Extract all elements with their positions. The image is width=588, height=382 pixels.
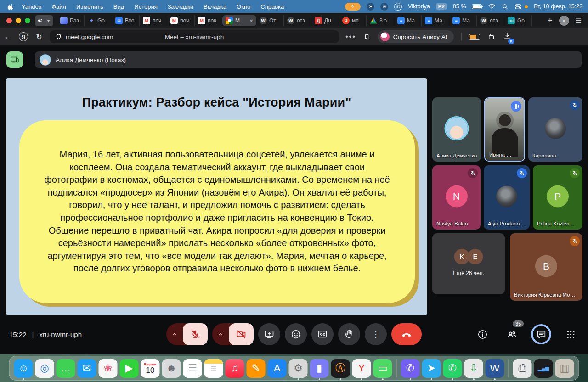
end-call-button[interactable] bbox=[391, 323, 422, 345]
camera-off-button[interactable] bbox=[229, 323, 254, 345]
browser-tab-11[interactable]: 3 э bbox=[367, 15, 394, 26]
dock-iphone-app-icon[interactable]: ▮ bbox=[310, 359, 329, 378]
reactions-button[interactable] bbox=[285, 323, 307, 345]
url-text[interactable]: meet.google.com bbox=[66, 34, 113, 40]
user-name[interactable]: Viktoriya bbox=[408, 3, 430, 10]
ask-alisa-button[interactable]: Спросить Алису AI bbox=[378, 30, 454, 43]
back-button[interactable]: ← bbox=[0, 33, 16, 41]
menubar-item-файл[interactable]: Файл bbox=[46, 3, 71, 10]
menubar-item-окно[interactable]: Окно bbox=[232, 3, 255, 10]
presenter-banner[interactable]: Алика Демченко (Показ) bbox=[35, 51, 582, 68]
dock-safari-icon[interactable]: ◎ bbox=[35, 359, 54, 378]
dock-yandex-browser-icon[interactable]: Y bbox=[352, 359, 371, 378]
participant-tile[interactable]: Алика Демченко bbox=[432, 97, 481, 162]
close-window-button[interactable] bbox=[6, 18, 12, 23]
participant-tile[interactable]: Каролина bbox=[528, 97, 582, 162]
people-button[interactable]: 35 bbox=[502, 324, 522, 344]
browser-tab-1[interactable]: ✦Go bbox=[85, 15, 112, 26]
mic-in-use-icon[interactable] bbox=[345, 3, 361, 11]
dock-word-icon[interactable]: W bbox=[486, 359, 504, 378]
meeting-details-button[interactable] bbox=[472, 324, 492, 344]
more-options-button[interactable]: ⋮ bbox=[365, 323, 387, 345]
dock-system-settings-icon[interactable]: ⚙ bbox=[289, 359, 308, 378]
browser-tab-5[interactable]: Mпоч bbox=[195, 15, 222, 26]
downloads-button[interactable]: 5 bbox=[503, 32, 511, 42]
dock-trash-icon[interactable]: ▥ bbox=[555, 359, 574, 378]
participant-tile[interactable]: NNastya Balan bbox=[432, 165, 481, 230]
dock-reminders-icon[interactable]: ☰ bbox=[183, 359, 202, 378]
dock-a-symbol-app-icon[interactable]: Ⓐ bbox=[331, 359, 350, 378]
dock-messages-icon[interactable]: … bbox=[57, 359, 75, 378]
browser-tab-10[interactable]: Ямп bbox=[339, 15, 367, 26]
dock-mail-icon[interactable]: ✉ bbox=[78, 359, 96, 378]
telegram-status-icon[interactable]: ➤ bbox=[367, 3, 374, 11]
camera-options-button[interactable] bbox=[212, 330, 229, 338]
chevron-down-icon[interactable]: ▾ bbox=[45, 18, 51, 23]
screen-share-indicator[interactable] bbox=[6, 51, 23, 68]
dock-viber-icon[interactable]: ✆ bbox=[401, 359, 420, 378]
battery-icon[interactable] bbox=[472, 4, 482, 9]
browser-tab-7[interactable]: WОт bbox=[256, 15, 284, 26]
browser-tab-16[interactable]: 10Go bbox=[504, 15, 532, 26]
mic-off-button[interactable] bbox=[183, 323, 208, 345]
bookmark-icon[interactable] bbox=[363, 33, 370, 41]
participant-tile[interactable]: PPolina Kozlen… bbox=[533, 165, 582, 230]
browser-tab-8[interactable]: Wотз bbox=[284, 15, 311, 26]
control-center-icon[interactable] bbox=[514, 3, 522, 10]
search-icon[interactable] bbox=[502, 3, 509, 10]
dock-stocks-icon[interactable]: ▂▄▆ bbox=[534, 359, 553, 378]
overflow-participants-tile[interactable]: KEЕщё 26 чел. bbox=[432, 233, 505, 294]
address-bar[interactable]: meet.google.com Meet – xru-nwmr-uph bbox=[50, 30, 339, 43]
browser-menu-button[interactable]: ☰ bbox=[576, 17, 582, 25]
minimize-window-button[interactable] bbox=[16, 18, 21, 23]
mic-options-button[interactable] bbox=[166, 330, 183, 338]
new-tab-button[interactable]: + bbox=[548, 16, 553, 26]
power-saving-icon[interactable] bbox=[469, 34, 480, 40]
activities-button[interactable] bbox=[560, 324, 581, 344]
more-actions-button[interactable]: ••• bbox=[345, 33, 356, 41]
browser-tab-3[interactable]: Mпоч bbox=[140, 15, 167, 26]
tab-audio-button[interactable]: ▾ bbox=[35, 15, 53, 26]
menubar-item-история[interactable]: История bbox=[129, 3, 162, 10]
dock-whatsapp-icon[interactable]: ✆ bbox=[443, 359, 462, 378]
menubar-item-справка[interactable]: Справка bbox=[255, 3, 289, 10]
menubar-item-вид[interactable]: Вид bbox=[108, 3, 130, 10]
dock-facetime-icon[interactable]: ▶ bbox=[120, 359, 139, 378]
browser-tab-2[interactable]: ✉Вхо bbox=[112, 15, 140, 26]
browser-tab-13[interactable]: ≡Ма bbox=[422, 15, 449, 26]
menubar-item-yandex[interactable]: Yandex bbox=[17, 3, 46, 10]
menubar-clock[interactable]: Вт, 10 февр. 15:22 bbox=[534, 3, 582, 10]
browser-tab-6[interactable]: М× bbox=[222, 15, 256, 26]
browser-tab-12[interactable]: ≡Ма bbox=[394, 15, 422, 26]
menubar-item-изменить[interactable]: Изменить bbox=[71, 3, 108, 10]
keyboard-language[interactable]: РУ bbox=[436, 3, 447, 10]
app-status-icon[interactable]: ✳ bbox=[380, 3, 388, 11]
chat-button[interactable] bbox=[531, 324, 551, 344]
apple-menu-icon[interactable] bbox=[5, 3, 17, 10]
site-shield-icon[interactable] bbox=[55, 33, 62, 40]
browser-tab-9[interactable]: ДДн bbox=[311, 15, 339, 26]
dock-finder-icon[interactable]: ☺ bbox=[14, 359, 33, 378]
menubar-item-закладки[interactable]: Закладки bbox=[163, 3, 198, 10]
wifi-icon[interactable] bbox=[488, 3, 496, 10]
extensions-icon[interactable] bbox=[487, 33, 496, 41]
browser-tab-4[interactable]: Mпоч bbox=[167, 15, 195, 26]
browser-tab-0[interactable]: Раз bbox=[57, 15, 85, 26]
profile-avatar[interactable]: ● bbox=[559, 16, 569, 26]
dock-ms-office-icon[interactable]: ⇩ bbox=[464, 359, 483, 378]
reload-button[interactable]: ↻ bbox=[31, 33, 47, 41]
dock-notes-icon[interactable]: ≡ bbox=[204, 359, 223, 378]
dock-pages-icon[interactable]: ✎ bbox=[247, 359, 266, 378]
dock-printer-icon[interactable]: ⎙ bbox=[513, 359, 532, 378]
dock-app-store-icon[interactable]: A bbox=[268, 359, 287, 378]
dock-green-app-icon[interactable]: ▭ bbox=[373, 359, 392, 378]
dock-photos-icon[interactable]: ❀ bbox=[99, 359, 118, 378]
close-tab-icon[interactable]: × bbox=[249, 17, 253, 24]
captions-button[interactable] bbox=[311, 323, 334, 345]
dock-telegram-icon[interactable]: ➤ bbox=[422, 359, 441, 378]
menubar-item-вкладка[interactable]: Вкладка bbox=[198, 3, 232, 10]
browser-tab-14[interactable]: ≡Ма bbox=[449, 15, 477, 26]
raise-hand-button[interactable] bbox=[338, 323, 360, 345]
yandex-home-button[interactable]: Я bbox=[16, 32, 31, 41]
browser-tab-15[interactable]: Wотз bbox=[477, 15, 504, 26]
